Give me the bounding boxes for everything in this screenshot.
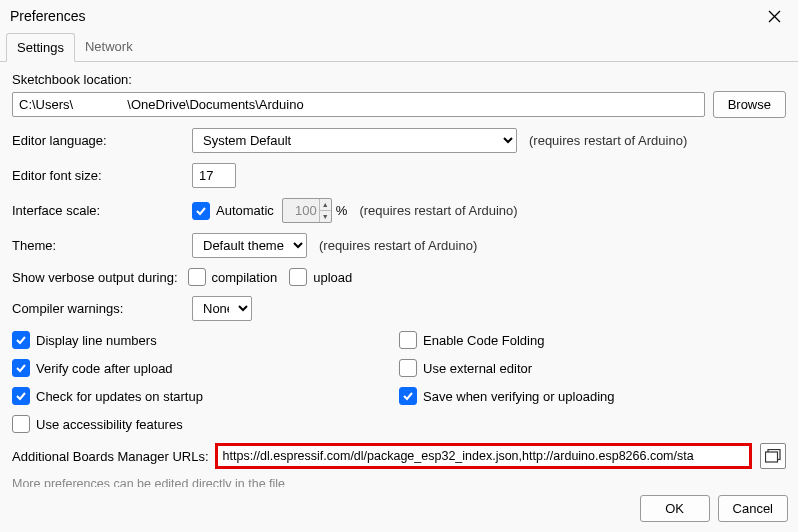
language-select[interactable]: System Default xyxy=(192,128,517,153)
language-hint: (requires restart of Arduino) xyxy=(529,133,687,148)
svg-rect-1 xyxy=(766,452,778,462)
theme-hint: (requires restart of Arduino) xyxy=(319,238,477,253)
window-icon xyxy=(765,449,781,463)
verify-upload-label: Verify code after upload xyxy=(36,361,173,376)
checkbox-icon xyxy=(12,331,30,349)
check-updates-checkbox[interactable]: Check for updates on startup xyxy=(12,387,399,405)
sketchbook-input[interactable] xyxy=(12,92,705,117)
close-button[interactable] xyxy=(760,4,788,28)
theme-label: Theme: xyxy=(12,238,192,253)
theme-select[interactable]: Default theme xyxy=(192,233,307,258)
verify-upload-checkbox[interactable]: Verify code after upload xyxy=(12,359,399,377)
ok-button[interactable]: OK xyxy=(640,495,710,522)
checkbox-icon xyxy=(289,268,307,286)
scale-auto-label: Automatic xyxy=(216,203,274,218)
checkbox-icon xyxy=(399,387,417,405)
check-updates-label: Check for updates on startup xyxy=(36,389,203,404)
tab-bar: Settings Network xyxy=(0,32,798,62)
line-numbers-label: Display line numbers xyxy=(36,333,157,348)
accessibility-label: Use accessibility features xyxy=(36,417,183,432)
language-label: Editor language: xyxy=(12,133,192,148)
fontsize-input[interactable] xyxy=(192,163,236,188)
expand-urls-button[interactable] xyxy=(760,443,786,469)
warnings-select[interactable]: None xyxy=(192,296,252,321)
line-numbers-checkbox[interactable]: Display line numbers xyxy=(12,331,399,349)
external-editor-label: Use external editor xyxy=(423,361,532,376)
checkbox-icon xyxy=(12,359,30,377)
external-editor-checkbox[interactable]: Use external editor xyxy=(399,359,786,377)
checkbox-icon xyxy=(188,268,206,286)
checkbox-icon xyxy=(12,387,30,405)
window-title: Preferences xyxy=(10,8,85,24)
code-folding-label: Enable Code Folding xyxy=(423,333,544,348)
scale-auto-checkbox[interactable]: Automatic xyxy=(192,202,274,220)
tab-settings[interactable]: Settings xyxy=(6,33,75,62)
code-folding-checkbox[interactable]: Enable Code Folding xyxy=(399,331,786,349)
tab-network[interactable]: Network xyxy=(75,33,143,62)
sketchbook-label: Sketchbook location: xyxy=(12,72,132,87)
browse-button[interactable]: Browse xyxy=(713,91,786,118)
scale-label: Interface scale: xyxy=(12,203,192,218)
verbose-label: Show verbose output during: xyxy=(12,270,178,285)
cancel-button[interactable]: Cancel xyxy=(718,495,788,522)
scale-spinner[interactable]: ▲ ▼ xyxy=(319,199,331,222)
scale-hint: (requires restart of Arduino) xyxy=(359,203,517,218)
save-verify-checkbox[interactable]: Save when verifying or uploading xyxy=(399,387,786,405)
save-verify-label: Save when verifying or uploading xyxy=(423,389,615,404)
verbose-upload-label: upload xyxy=(313,270,352,285)
verbose-compilation-label: compilation xyxy=(212,270,278,285)
accessibility-checkbox[interactable]: Use accessibility features xyxy=(12,415,399,433)
chevron-up-icon[interactable]: ▲ xyxy=(319,199,331,211)
checkbox-icon xyxy=(399,331,417,349)
warnings-label: Compiler warnings: xyxy=(12,301,192,316)
boards-urls-label: Additional Boards Manager URLs: xyxy=(12,449,209,464)
fontsize-label: Editor font size: xyxy=(12,168,192,183)
verbose-compilation-checkbox[interactable]: compilation xyxy=(188,268,278,286)
checkbox-icon xyxy=(12,415,30,433)
verbose-upload-checkbox[interactable]: upload xyxy=(289,268,352,286)
checkbox-icon xyxy=(399,359,417,377)
boards-urls-input[interactable] xyxy=(215,443,752,469)
chevron-down-icon[interactable]: ▼ xyxy=(319,211,331,222)
close-icon xyxy=(768,10,781,23)
percent-label: % xyxy=(336,203,348,218)
checkbox-icon xyxy=(192,202,210,220)
